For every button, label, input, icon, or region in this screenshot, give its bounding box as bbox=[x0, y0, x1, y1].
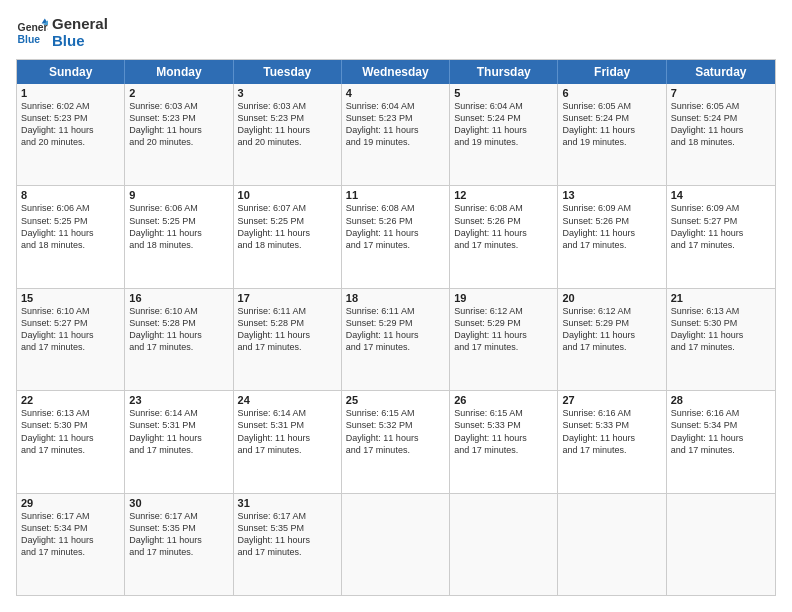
calendar-cell: 6Sunrise: 6:05 AMSunset: 5:24 PMDaylight… bbox=[558, 84, 666, 185]
cell-sun-info: Sunrise: 6:09 AMSunset: 5:27 PMDaylight:… bbox=[671, 202, 771, 251]
calendar-row: 8Sunrise: 6:06 AMSunset: 5:25 PMDaylight… bbox=[17, 185, 775, 287]
day-number: 2 bbox=[129, 87, 228, 99]
day-number: 27 bbox=[562, 394, 661, 406]
day-number: 7 bbox=[671, 87, 771, 99]
calendar-cell bbox=[342, 494, 450, 595]
calendar-cell: 11Sunrise: 6:08 AMSunset: 5:26 PMDayligh… bbox=[342, 186, 450, 287]
calendar-cell: 13Sunrise: 6:09 AMSunset: 5:26 PMDayligh… bbox=[558, 186, 666, 287]
day-of-week-header: Friday bbox=[558, 60, 666, 84]
day-number: 21 bbox=[671, 292, 771, 304]
calendar-cell: 15Sunrise: 6:10 AMSunset: 5:27 PMDayligh… bbox=[17, 289, 125, 390]
cell-sun-info: Sunrise: 6:02 AMSunset: 5:23 PMDaylight:… bbox=[21, 100, 120, 149]
calendar-cell: 12Sunrise: 6:08 AMSunset: 5:26 PMDayligh… bbox=[450, 186, 558, 287]
calendar-cell: 19Sunrise: 6:12 AMSunset: 5:29 PMDayligh… bbox=[450, 289, 558, 390]
calendar-cell: 8Sunrise: 6:06 AMSunset: 5:25 PMDaylight… bbox=[17, 186, 125, 287]
calendar-row: 15Sunrise: 6:10 AMSunset: 5:27 PMDayligh… bbox=[17, 288, 775, 390]
cell-sun-info: Sunrise: 6:09 AMSunset: 5:26 PMDaylight:… bbox=[562, 202, 661, 251]
cell-sun-info: Sunrise: 6:12 AMSunset: 5:29 PMDaylight:… bbox=[562, 305, 661, 354]
day-number: 20 bbox=[562, 292, 661, 304]
calendar-cell: 21Sunrise: 6:13 AMSunset: 5:30 PMDayligh… bbox=[667, 289, 775, 390]
cell-sun-info: Sunrise: 6:04 AMSunset: 5:24 PMDaylight:… bbox=[454, 100, 553, 149]
logo-icon: General Blue bbox=[16, 17, 48, 49]
day-number: 14 bbox=[671, 189, 771, 201]
cell-sun-info: Sunrise: 6:03 AMSunset: 5:23 PMDaylight:… bbox=[129, 100, 228, 149]
day-number: 31 bbox=[238, 497, 337, 509]
day-of-week-header: Thursday bbox=[450, 60, 558, 84]
calendar-cell: 7Sunrise: 6:05 AMSunset: 5:24 PMDaylight… bbox=[667, 84, 775, 185]
svg-text:General: General bbox=[18, 22, 48, 33]
cell-sun-info: Sunrise: 6:14 AMSunset: 5:31 PMDaylight:… bbox=[238, 407, 337, 456]
day-number: 17 bbox=[238, 292, 337, 304]
day-number: 8 bbox=[21, 189, 120, 201]
calendar-cell: 25Sunrise: 6:15 AMSunset: 5:32 PMDayligh… bbox=[342, 391, 450, 492]
day-number: 9 bbox=[129, 189, 228, 201]
cell-sun-info: Sunrise: 6:05 AMSunset: 5:24 PMDaylight:… bbox=[562, 100, 661, 149]
cell-sun-info: Sunrise: 6:13 AMSunset: 5:30 PMDaylight:… bbox=[21, 407, 120, 456]
calendar-cell: 17Sunrise: 6:11 AMSunset: 5:28 PMDayligh… bbox=[234, 289, 342, 390]
logo-blue: Blue bbox=[52, 33, 108, 50]
calendar-cell bbox=[558, 494, 666, 595]
calendar-cell: 20Sunrise: 6:12 AMSunset: 5:29 PMDayligh… bbox=[558, 289, 666, 390]
calendar-header: SundayMondayTuesdayWednesdayThursdayFrid… bbox=[17, 60, 775, 84]
calendar-cell: 14Sunrise: 6:09 AMSunset: 5:27 PMDayligh… bbox=[667, 186, 775, 287]
day-number: 28 bbox=[671, 394, 771, 406]
calendar-cell bbox=[667, 494, 775, 595]
header: General Blue General Blue bbox=[16, 16, 776, 49]
day-number: 11 bbox=[346, 189, 445, 201]
day-number: 16 bbox=[129, 292, 228, 304]
calendar-cell: 2Sunrise: 6:03 AMSunset: 5:23 PMDaylight… bbox=[125, 84, 233, 185]
calendar-cell: 9Sunrise: 6:06 AMSunset: 5:25 PMDaylight… bbox=[125, 186, 233, 287]
logo-general: General bbox=[52, 16, 108, 33]
day-number: 22 bbox=[21, 394, 120, 406]
day-number: 29 bbox=[21, 497, 120, 509]
cell-sun-info: Sunrise: 6:15 AMSunset: 5:33 PMDaylight:… bbox=[454, 407, 553, 456]
cell-sun-info: Sunrise: 6:17 AMSunset: 5:35 PMDaylight:… bbox=[238, 510, 337, 559]
day-of-week-header: Monday bbox=[125, 60, 233, 84]
day-of-week-header: Wednesday bbox=[342, 60, 450, 84]
cell-sun-info: Sunrise: 6:15 AMSunset: 5:32 PMDaylight:… bbox=[346, 407, 445, 456]
calendar-cell: 22Sunrise: 6:13 AMSunset: 5:30 PMDayligh… bbox=[17, 391, 125, 492]
calendar-cell: 27Sunrise: 6:16 AMSunset: 5:33 PMDayligh… bbox=[558, 391, 666, 492]
day-number: 24 bbox=[238, 394, 337, 406]
svg-text:Blue: Blue bbox=[18, 33, 41, 44]
calendar-cell bbox=[450, 494, 558, 595]
cell-sun-info: Sunrise: 6:05 AMSunset: 5:24 PMDaylight:… bbox=[671, 100, 771, 149]
day-number: 5 bbox=[454, 87, 553, 99]
day-number: 13 bbox=[562, 189, 661, 201]
calendar-row: 22Sunrise: 6:13 AMSunset: 5:30 PMDayligh… bbox=[17, 390, 775, 492]
calendar-cell: 31Sunrise: 6:17 AMSunset: 5:35 PMDayligh… bbox=[234, 494, 342, 595]
day-number: 10 bbox=[238, 189, 337, 201]
calendar-cell: 16Sunrise: 6:10 AMSunset: 5:28 PMDayligh… bbox=[125, 289, 233, 390]
day-number: 26 bbox=[454, 394, 553, 406]
logo: General Blue General Blue bbox=[16, 16, 108, 49]
day-number: 3 bbox=[238, 87, 337, 99]
calendar-cell: 24Sunrise: 6:14 AMSunset: 5:31 PMDayligh… bbox=[234, 391, 342, 492]
cell-sun-info: Sunrise: 6:12 AMSunset: 5:29 PMDaylight:… bbox=[454, 305, 553, 354]
cell-sun-info: Sunrise: 6:17 AMSunset: 5:35 PMDaylight:… bbox=[129, 510, 228, 559]
calendar-cell: 23Sunrise: 6:14 AMSunset: 5:31 PMDayligh… bbox=[125, 391, 233, 492]
calendar-cell: 30Sunrise: 6:17 AMSunset: 5:35 PMDayligh… bbox=[125, 494, 233, 595]
cell-sun-info: Sunrise: 6:16 AMSunset: 5:33 PMDaylight:… bbox=[562, 407, 661, 456]
day-of-week-header: Tuesday bbox=[234, 60, 342, 84]
calendar: SundayMondayTuesdayWednesdayThursdayFrid… bbox=[16, 59, 776, 596]
cell-sun-info: Sunrise: 6:17 AMSunset: 5:34 PMDaylight:… bbox=[21, 510, 120, 559]
day-number: 1 bbox=[21, 87, 120, 99]
calendar-cell: 18Sunrise: 6:11 AMSunset: 5:29 PMDayligh… bbox=[342, 289, 450, 390]
day-of-week-header: Saturday bbox=[667, 60, 775, 84]
calendar-cell: 10Sunrise: 6:07 AMSunset: 5:25 PMDayligh… bbox=[234, 186, 342, 287]
day-of-week-header: Sunday bbox=[17, 60, 125, 84]
day-number: 19 bbox=[454, 292, 553, 304]
cell-sun-info: Sunrise: 6:08 AMSunset: 5:26 PMDaylight:… bbox=[454, 202, 553, 251]
calendar-cell: 28Sunrise: 6:16 AMSunset: 5:34 PMDayligh… bbox=[667, 391, 775, 492]
cell-sun-info: Sunrise: 6:03 AMSunset: 5:23 PMDaylight:… bbox=[238, 100, 337, 149]
calendar-row: 29Sunrise: 6:17 AMSunset: 5:34 PMDayligh… bbox=[17, 493, 775, 595]
calendar-cell: 1Sunrise: 6:02 AMSunset: 5:23 PMDaylight… bbox=[17, 84, 125, 185]
day-number: 30 bbox=[129, 497, 228, 509]
calendar-cell: 5Sunrise: 6:04 AMSunset: 5:24 PMDaylight… bbox=[450, 84, 558, 185]
calendar-cell: 29Sunrise: 6:17 AMSunset: 5:34 PMDayligh… bbox=[17, 494, 125, 595]
calendar-cell: 4Sunrise: 6:04 AMSunset: 5:23 PMDaylight… bbox=[342, 84, 450, 185]
cell-sun-info: Sunrise: 6:07 AMSunset: 5:25 PMDaylight:… bbox=[238, 202, 337, 251]
cell-sun-info: Sunrise: 6:11 AMSunset: 5:28 PMDaylight:… bbox=[238, 305, 337, 354]
cell-sun-info: Sunrise: 6:10 AMSunset: 5:27 PMDaylight:… bbox=[21, 305, 120, 354]
calendar-cell: 3Sunrise: 6:03 AMSunset: 5:23 PMDaylight… bbox=[234, 84, 342, 185]
